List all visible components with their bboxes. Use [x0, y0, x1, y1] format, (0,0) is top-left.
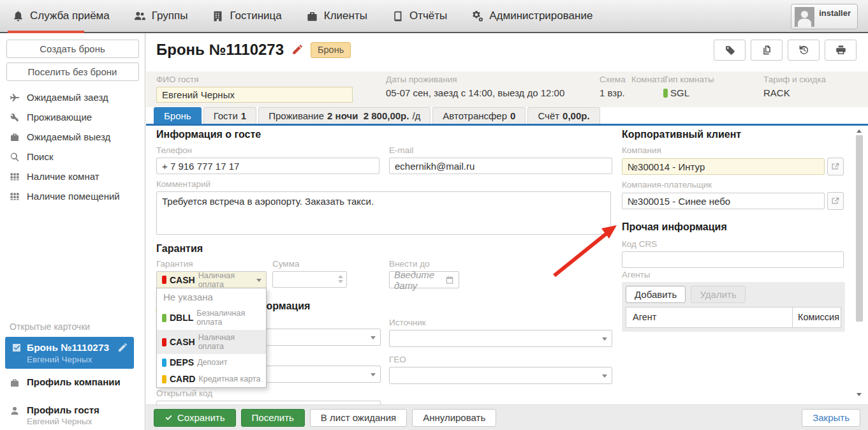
nav-groups[interactable]: Группы [122, 0, 200, 32]
plane-icon [10, 93, 20, 103]
phone-label: Телефон [156, 145, 379, 155]
guarantee-select-field: Гарантия CASH Наличная оплата [156, 259, 267, 288]
tab-stay[interactable]: Проживание2 ночи 2 800,00р./д [258, 107, 430, 124]
open-card-company-profile[interactable]: Профиль компании [0, 369, 145, 388]
tariff-field: Тариф и скидка RACK [763, 75, 826, 98]
sidebar-item-room-availability[interactable]: Наличие комнат [0, 167, 145, 186]
tab-invoice[interactable]: Счёт0,00р. [527, 107, 600, 124]
company-field: Компания [622, 145, 844, 175]
checkin-without-booking-button[interactable]: Поселить без брони [6, 63, 139, 81]
company-input[interactable] [622, 158, 825, 175]
guarantee-heading: Гарантия [156, 243, 203, 255]
guarantee-option-none[interactable]: Не указана [157, 288, 266, 306]
guarantee-option-deps[interactable]: DEPS Депозит [157, 354, 266, 371]
open-card-subtitle: Евгений Черных [27, 355, 128, 364]
crs-code-input[interactable] [622, 251, 844, 268]
tag-icon [725, 45, 735, 56]
chevron-down-icon [602, 374, 607, 378]
chevron-down-icon [602, 337, 607, 341]
print-button[interactable] [825, 40, 857, 61]
chevron-down-icon [371, 336, 376, 339]
sum-input[interactable] [272, 271, 347, 288]
guarantee-option-card[interactable]: CARD Кредитная карта [157, 371, 266, 387]
annul-button[interactable]: Аннулировать [412, 409, 496, 427]
nav-reception[interactable]: Служба приёма [0, 0, 122, 32]
building-icon [212, 10, 224, 22]
briefcase-icon [10, 378, 20, 388]
sidebar-item-expected-arrival[interactable]: Ожидаемый заезд [0, 87, 145, 107]
stay-dates-label: Даты проживания [386, 75, 564, 84]
crs-code-field: Код CRS [622, 239, 844, 268]
geo-dropdown[interactable] [389, 367, 612, 384]
due-date-input[interactable]: Введите дату [389, 271, 459, 288]
pencil-icon[interactable] [117, 343, 128, 353]
book-icon [392, 10, 404, 22]
guest-name-input[interactable] [156, 87, 353, 103]
nav-hotel[interactable]: Гостиница [200, 0, 293, 32]
nav-reports[interactable]: Отчёты [379, 0, 459, 32]
edit-title-pencil-icon[interactable] [291, 44, 303, 56]
scrollbar-down-arrow[interactable] [857, 393, 862, 396]
guarantee-option-cash[interactable]: CASH Наличная оплата [157, 330, 266, 354]
nav-label: Клиенты [324, 10, 367, 22]
sidebar-item-space-availability[interactable]: Наличие помещений [0, 186, 145, 206]
add-agent-button[interactable]: Добавить [626, 286, 686, 303]
tab-booking[interactable]: Бронь [154, 107, 202, 124]
open-company-button[interactable] [827, 158, 844, 175]
source-dropdown[interactable] [389, 330, 612, 347]
nav-clients[interactable]: Клиенты [294, 0, 379, 32]
close-button[interactable]: Закрыть [802, 409, 860, 427]
waitlist-button[interactable]: В лист ожидания [310, 409, 407, 427]
number-stepper[interactable] [338, 275, 343, 283]
delete-agent-button[interactable]: Удалить [691, 286, 745, 303]
history-button[interactable] [788, 40, 820, 61]
suitcase-icon [10, 132, 20, 142]
open-payer-company-button[interactable] [827, 192, 844, 210]
booking-toolbar [714, 40, 857, 61]
company-label: Компания [622, 145, 844, 155]
tags-button[interactable] [714, 40, 746, 61]
checkin-button[interactable]: Поселить [241, 409, 305, 427]
sidebar-item-search[interactable]: Поиск [0, 147, 145, 167]
open-code-label: Открытый код [156, 389, 381, 398]
sidebar-item-label: Ожидаемый заезд [27, 92, 108, 103]
sidebar-item-residents[interactable]: Проживающие [0, 107, 145, 127]
copy-button[interactable] [751, 40, 783, 61]
agents-section: Агенты Добавить Удалить Агент Комиссия [622, 270, 845, 332]
nav-label: Служба приёма [30, 10, 110, 22]
option-color-pill [162, 314, 166, 322]
scrollbar-up-arrow[interactable] [857, 130, 862, 133]
payer-company-label: Компания-плательщик [622, 180, 844, 189]
page-title: Бронь №1110273 [156, 41, 284, 59]
phone-input[interactable] [156, 158, 379, 174]
top-navigation: Служба приёма Группы Гостиница Клиенты О… [0, 0, 868, 33]
nav-administration[interactable]: Администрирование [459, 0, 605, 32]
sidebar-item-expected-departure[interactable]: Ожидаемый выезд [0, 127, 145, 147]
guest-info-heading: Информация о госте [156, 129, 261, 140]
status-badge: Бронь [311, 42, 351, 58]
user-menu[interactable]: installer [791, 4, 858, 29]
sidebar-item-label: Наличие помещений [27, 191, 120, 202]
open-card-title: Бронь №1110273 [27, 342, 112, 353]
create-booking-button[interactable]: Создать бронь [6, 40, 139, 58]
email-input[interactable] [389, 158, 612, 174]
payer-company-input[interactable] [622, 193, 825, 209]
open-card-guest-profile[interactable]: Профиль гостя Евгений Черных [0, 397, 145, 426]
tab-transfer[interactable]: Автотрансфер0 [432, 107, 526, 124]
sidebar: Создать бронь Поселить без брони Ожидаем… [0, 33, 145, 430]
scrollbar-thumb[interactable] [856, 135, 863, 322]
external-link-icon [831, 196, 840, 205]
comment-textarea[interactable]: Требуется встреча в аэропорту. Заказать … [156, 191, 611, 235]
guarantee-option-dbll[interactable]: DBLL Безналичная оплата [157, 306, 266, 330]
due-date-placeholder: Введите дату [394, 269, 445, 291]
tab-guests[interactable]: Гости1 [203, 107, 257, 124]
save-button[interactable]: Сохранить [154, 409, 236, 427]
history-icon [798, 45, 809, 56]
sum-label: Сумма [272, 259, 347, 269]
guarantee-select[interactable]: CASH Наличная оплата [156, 271, 267, 288]
agent-column-header: Агент [626, 308, 792, 327]
bell-icon [12, 10, 24, 22]
open-card-booking[interactable]: Бронь №1110273 Евгений Черных [5, 337, 134, 369]
room-type-value: SGL [663, 87, 714, 98]
booking-app: Служба приёма Группы Гостиница Клиенты О… [0, 0, 868, 430]
